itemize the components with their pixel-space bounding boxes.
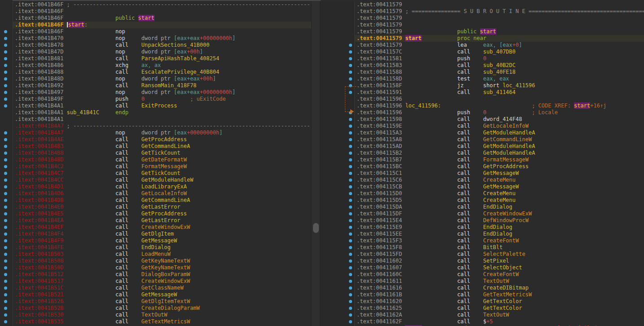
breakpoint-margin[interactable] — [320, 123, 355, 130]
asm-row[interactable]: .itext:0041B488 call EscalatePrivilege_4… — [0, 69, 311, 76]
breakpoint-margin[interactable] — [0, 28, 13, 35]
breakpoint-dot[interactable] — [349, 199, 352, 202]
asm-row[interactable]: .itext:0041B4B3 call GetCommandLineA — [0, 143, 311, 150]
breakpoint-dot[interactable] — [4, 30, 7, 33]
breakpoint-margin[interactable] — [320, 76, 355, 82]
breakpoint-dot[interactable] — [4, 104, 7, 107]
breakpoint-dot[interactable] — [4, 293, 7, 296]
asm-row[interactable]: .itext:0041B4F9 call GetMessageW — [0, 237, 311, 244]
breakpoint-margin[interactable] — [0, 278, 13, 285]
breakpoint-margin[interactable] — [320, 291, 355, 298]
breakpoint-dot[interactable] — [4, 219, 7, 222]
asm-row[interactable]: .text:0041160C call CreateFontW — [320, 271, 644, 278]
asm-row[interactable]: .itext:0041B51C call GetClassNameW — [0, 285, 311, 291]
asm-row[interactable]: .itext:0041B4D6 call GetLocaleInfoW — [0, 190, 311, 197]
breakpoint-dot[interactable] — [4, 158, 7, 161]
breakpoint-dot[interactable] — [4, 320, 7, 323]
asm-row[interactable]: .text:00411588 call sub_40FE18 — [320, 69, 644, 76]
breakpoint-dot[interactable] — [349, 205, 352, 209]
breakpoint-dot[interactable] — [4, 313, 7, 317]
breakpoint-margin[interactable] — [320, 318, 355, 325]
breakpoint-margin[interactable] — [320, 224, 355, 231]
breakpoint-margin[interactable] — [320, 190, 355, 197]
asm-row[interactable]: .itext:0041B4A1 call ExitProcess — [0, 103, 311, 109]
asm-row[interactable]: .itext:0041B4FE call EndDialog — [0, 244, 311, 251]
breakpoint-dot[interactable] — [349, 313, 352, 317]
breakpoint-margin[interactable] — [0, 291, 13, 298]
asm-row[interactable]: .itext:0041B48D nop dword ptr [eax+eax+0… — [0, 76, 311, 82]
breakpoint-margin[interactable] — [0, 35, 13, 42]
breakpoint-margin[interactable] — [320, 15, 355, 22]
breakpoint-margin[interactable] — [0, 177, 13, 183]
breakpoint-margin[interactable] — [320, 136, 355, 143]
breakpoint-dot[interactable] — [4, 212, 7, 215]
breakpoint-margin[interactable] — [0, 69, 13, 76]
breakpoint-margin[interactable] — [0, 217, 13, 224]
breakpoint-dot[interactable] — [349, 293, 352, 296]
breakpoint-dot[interactable] — [4, 205, 7, 209]
asm-row[interactable]: .text:00411611 call TextOutW — [320, 278, 644, 285]
breakpoint-margin[interactable] — [320, 264, 355, 271]
asm-row[interactable]: .text:0041158F jz short loc_411596 — [320, 82, 644, 89]
breakpoint-margin[interactable] — [320, 35, 355, 42]
asm-row[interactable]: .text:00411602 call SetPixel — [320, 258, 644, 264]
asm-row[interactable]: .itext:0041B517 call CreateWindowExW — [0, 278, 311, 285]
breakpoint-dot[interactable] — [349, 212, 352, 215]
breakpoint-margin[interactable] — [0, 298, 13, 305]
breakpoint-margin[interactable] — [320, 8, 355, 15]
breakpoint-margin[interactable] — [320, 244, 355, 251]
asm-row[interactable]: .itext:0041B47D nop dword ptr [eax+00h] — [0, 49, 311, 55]
breakpoint-dot[interactable] — [4, 307, 7, 310]
breakpoint-dot[interactable] — [349, 172, 352, 175]
asm-row[interactable]: .itext:0041B512 call DialogBoxParamW — [0, 271, 311, 278]
breakpoint-margin[interactable] — [320, 49, 355, 55]
breakpoint-dot[interactable] — [349, 145, 352, 148]
asm-row[interactable]: .itext:0041B50D call GetKeyNameTextW — [0, 264, 311, 271]
breakpoint-dot[interactable] — [349, 179, 352, 182]
breakpoint-margin[interactable] — [320, 210, 355, 217]
asm-row[interactable]: .itext:0041B530 call TextOutW — [0, 312, 311, 318]
breakpoint-dot[interactable] — [4, 131, 7, 134]
asm-row[interactable]: .text:004115FD call SelectPalette — [320, 251, 644, 258]
breakpoint-margin[interactable] — [320, 62, 355, 69]
asm-row[interactable]: .itext:0041B4F4 call GetDlgItem — [0, 231, 311, 237]
asm-row[interactable]: .itext:0041B4CC call GetModuleHandleW — [0, 177, 311, 183]
asm-row[interactable]: .text:0041162A call TextOutW — [320, 312, 644, 318]
asm-row[interactable]: .text:0041162F call $+5 — [320, 318, 644, 325]
asm-row[interactable]: .text:0041159E call GetLocaleInfoW — [320, 123, 644, 130]
breakpoint-margin[interactable] — [0, 231, 13, 237]
breakpoint-dot[interactable] — [4, 273, 7, 276]
asm-row[interactable]: .text:00411579 public start — [320, 28, 644, 35]
breakpoint-dot[interactable] — [349, 44, 352, 47]
breakpoint-dot[interactable] — [4, 44, 7, 47]
breakpoint-dot[interactable] — [4, 179, 7, 182]
asm-row[interactable]: .itext:0041B4E0 call GetLastError — [0, 204, 311, 210]
asm-row[interactable]: .itext:0041B470 nop dword ptr [eax+eax+0… — [0, 35, 311, 42]
breakpoint-dot[interactable] — [349, 226, 352, 229]
asm-row[interactable]: .text:004115A3 call GetModuleHandleA — [320, 130, 644, 136]
breakpoint-dot[interactable] — [4, 280, 7, 283]
breakpoint-dot[interactable] — [4, 71, 7, 74]
breakpoint-margin[interactable] — [320, 258, 355, 264]
breakpoint-dot[interactable] — [4, 226, 7, 229]
asm-row[interactable]: .text:004115CB call GetMessageW — [320, 183, 644, 190]
breakpoint-dot[interactable] — [4, 57, 7, 60]
breakpoint-dot[interactable] — [4, 152, 7, 155]
breakpoint-margin[interactable] — [320, 237, 355, 244]
asm-row[interactable]: .itext:0041B497 nop dword ptr [eax+eax+0… — [0, 89, 311, 96]
asm-row[interactable]: .text:00411579 — [320, 22, 644, 28]
breakpoint-margin[interactable] — [0, 82, 13, 89]
breakpoint-margin[interactable] — [320, 285, 355, 291]
breakpoint-margin[interactable] — [0, 15, 13, 22]
breakpoint-margin[interactable] — [0, 76, 13, 82]
asm-row[interactable]: .itext:0041B49F push 0 ; uExitCode — [0, 96, 311, 103]
breakpoint-dot[interactable] — [4, 232, 7, 236]
breakpoint-dot[interactable] — [4, 77, 7, 80]
asm-row[interactable]: .text:00411591 call sub_411464 — [320, 89, 644, 96]
breakpoint-dot[interactable] — [349, 138, 352, 141]
asm-row[interactable]: .text:0041158D test eax, eax — [320, 76, 644, 82]
breakpoint-dot[interactable] — [349, 239, 352, 242]
asm-row[interactable]: .itext:0041B4EF call CreateWindowExW — [0, 224, 311, 231]
asm-row[interactable]: .itext:0041B503 call LoadMenuW — [0, 251, 311, 258]
asm-row[interactable]: .itext:0041B526 call GetDlgItemTextW — [0, 298, 311, 305]
